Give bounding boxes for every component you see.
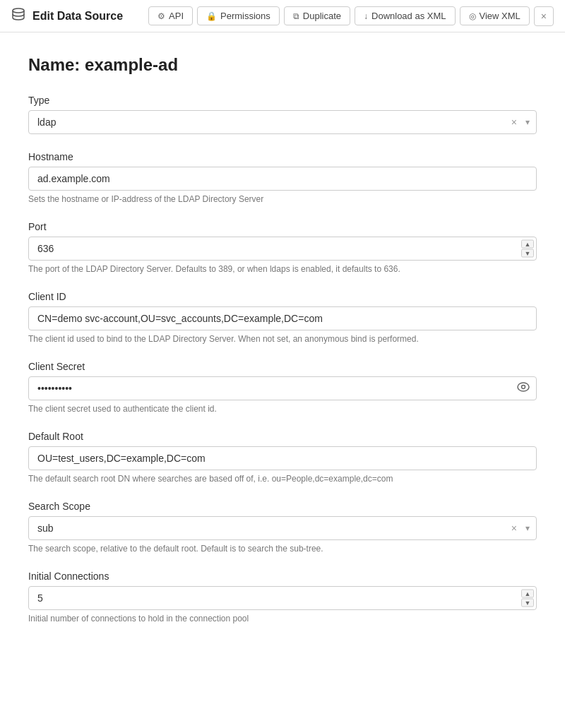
client-secret-hint: The client secret used to authenticate t…: [28, 404, 537, 414]
initial-connections-increment[interactable]: ▲: [521, 590, 534, 598]
svg-point-2: [522, 386, 525, 389]
download-icon: ↓: [364, 11, 368, 21]
port-input-wrapper: ▲ ▼: [28, 237, 537, 261]
initial-connections-field-group: Initial Connections ▲ ▼ Initial number o…: [28, 571, 537, 623]
search-scope-hint: The search scope, relative to the defaul…: [28, 544, 537, 554]
port-label: Port: [28, 221, 537, 232]
type-select[interactable]: ldap jdbc csv: [28, 110, 537, 134]
port-spinners: ▲ ▼: [521, 240, 534, 258]
initial-connections-decrement[interactable]: ▼: [521, 599, 534, 607]
type-select-wrapper: ldap jdbc csv × ▾: [28, 110, 537, 134]
client-secret-label: Client Secret: [28, 361, 537, 372]
svg-point-1: [518, 383, 529, 391]
type-field-group: Type ldap jdbc csv × ▾: [28, 95, 537, 134]
datasource-icon: [11, 7, 25, 25]
default-root-label: Default Root: [28, 431, 537, 442]
port-field-group: Port ▲ ▼ The port of the LDAP Directory …: [28, 221, 537, 274]
type-label: Type: [28, 95, 537, 106]
password-toggle-icon[interactable]: [517, 382, 530, 395]
header-left: Edit Data Source: [11, 7, 140, 25]
client-id-field-group: Client ID The client id used to bind to …: [28, 291, 537, 344]
search-scope-select[interactable]: sub one base: [28, 516, 537, 540]
initial-connections-label: Initial Connections: [28, 571, 537, 582]
view-xml-button[interactable]: ◎ View XML: [460, 6, 530, 25]
initial-connections-input[interactable]: [28, 586, 537, 610]
port-increment[interactable]: ▲: [521, 240, 534, 249]
hostname-input[interactable]: [28, 167, 537, 191]
client-secret-input[interactable]: [28, 376, 537, 400]
hostname-hint: Sets the hostname or IP-address of the L…: [28, 194, 537, 204]
initial-connections-hint: Initial number of connections to hold in…: [28, 614, 537, 623]
header-buttons: ⚙ API 🔒 Permissions ⧉ Duplicate ↓ Downlo…: [148, 6, 554, 26]
port-input[interactable]: [28, 237, 537, 261]
default-root-hint: The default search root DN where searche…: [28, 474, 537, 484]
api-button[interactable]: ⚙ API: [148, 6, 193, 25]
client-id-label: Client ID: [28, 291, 537, 302]
initial-connections-spinners: ▲ ▼: [521, 590, 534, 607]
permissions-button[interactable]: 🔒 Permissions: [197, 6, 280, 25]
type-clear-icon[interactable]: ×: [511, 117, 517, 127]
client-id-hint: The client id used to bind to the LDAP D…: [28, 334, 537, 344]
main-content: Name: example-ad Type ldap jdbc csv × ▾ …: [0, 32, 565, 669]
permissions-icon: 🔒: [206, 11, 217, 21]
default-root-field-group: Default Root The default search root DN …: [28, 431, 537, 484]
hostname-label: Hostname: [28, 151, 537, 162]
initial-connections-input-wrapper: ▲ ▼: [28, 586, 537, 610]
hostname-field-group: Hostname Sets the hostname or IP-address…: [28, 151, 537, 204]
svg-point-0: [13, 8, 24, 13]
port-decrement[interactable]: ▼: [521, 249, 534, 258]
api-icon: ⚙: [157, 11, 165, 21]
default-root-input[interactable]: [28, 446, 537, 470]
client-secret-input-wrapper: [28, 376, 537, 400]
search-scope-select-wrapper: sub one base × ▾: [28, 516, 537, 540]
search-scope-label: Search Scope: [28, 501, 537, 512]
port-hint: The port of the LDAP Directory Server. D…: [28, 264, 537, 274]
search-scope-field-group: Search Scope sub one base × ▾ The search…: [28, 501, 537, 554]
page-header-title: Edit Data Source: [32, 10, 123, 23]
duplicate-icon: ⧉: [293, 11, 299, 21]
header: Edit Data Source ⚙ API 🔒 Permissions ⧉ D…: [0, 0, 565, 32]
search-scope-clear-icon[interactable]: ×: [511, 523, 517, 533]
close-button[interactable]: ×: [534, 6, 554, 26]
client-id-input[interactable]: [28, 306, 537, 330]
view-xml-icon: ◎: [469, 11, 476, 21]
duplicate-button[interactable]: ⧉ Duplicate: [284, 6, 350, 25]
page-title: Name: example-ad: [28, 55, 537, 75]
download-button[interactable]: ↓ Download as XML: [355, 6, 456, 25]
client-secret-field-group: Client Secret The client secret used to …: [28, 361, 537, 414]
